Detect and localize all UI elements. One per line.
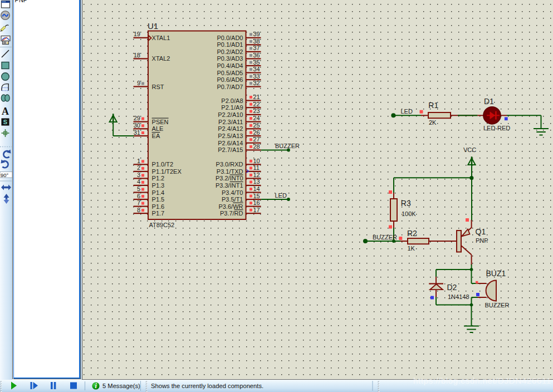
svg-text:26: 26 [253,129,260,136]
svg-text:P2.6/A14: P2.6/A14 [218,140,243,146]
svg-text:10: 10 [253,158,260,164]
svg-text:D1: D1 [484,97,494,106]
svg-text:2: 2 [137,164,140,171]
svg-text:PSEN: PSEN [152,119,169,125]
svg-text:2K: 2K [429,119,437,126]
svg-text:30: 30 [134,122,140,129]
svg-text:EA: EA [152,133,160,139]
svg-text:3: 3 [137,171,140,178]
svg-text:P0.5/AD5: P0.5/AD5 [217,70,243,76]
svg-text:XTAL1: XTAL1 [152,35,170,41]
svg-text:Q1: Q1 [476,227,486,236]
svg-text:8: 8 [137,207,140,213]
svg-text:P0.4/AD4: P0.4/AD4 [217,62,243,69]
svg-text:1K: 1K [408,245,415,252]
svg-text:XTAL2: XTAL2 [152,55,170,62]
svg-text:LED-RED: LED-RED [483,125,510,131]
svg-text:P2.0/A8: P2.0/A8 [221,97,243,104]
svg-text:11: 11 [253,164,260,171]
svg-text:P3.2/INT0: P3.2/INT0 [216,175,243,182]
svg-text:R1: R1 [428,101,438,110]
svg-text:35: 35 [253,59,260,66]
svg-text:P0.6/AD6: P0.6/AD6 [217,76,243,83]
svg-text:AT89C52: AT89C52 [149,222,175,228]
svg-text:29: 29 [134,115,140,121]
svg-text:P2.4/A12: P2.4/A12 [218,125,243,132]
svg-text:P3.6/WR: P3.6/WR [218,203,243,210]
svg-text:P3.7/RD: P3.7/RD [220,210,243,217]
svg-text:P2.1/A9: P2.1/A9 [221,104,243,111]
svg-text:9: 9 [137,80,140,86]
svg-text:12: 12 [253,171,260,178]
svg-text:U1: U1 [148,21,158,31]
svg-text:BUZZER: BUZZER [373,234,397,241]
svg-text:90°: 90° [1,172,9,178]
svg-text:14: 14 [253,185,260,192]
svg-text:16: 16 [253,199,260,206]
svg-text:P0.3/AD3: P0.3/AD3 [217,55,243,62]
svg-text:R3: R3 [401,199,411,208]
svg-text:S: S [3,119,7,125]
svg-text:P1.6: P1.6 [152,203,165,210]
svg-text:39: 39 [253,31,260,37]
svg-text:6: 6 [137,193,140,199]
svg-text:R2: R2 [407,229,417,238]
svg-text:15: 15 [253,193,260,199]
svg-text:7: 7 [137,199,140,206]
svg-text:P3.4/T0: P3.4/T0 [222,189,243,196]
svg-text:RST: RST [152,84,164,90]
svg-text:LED: LED [275,192,287,199]
svg-text:25: 25 [253,122,260,129]
svg-text:5 Message(s): 5 Message(s) [102,383,140,389]
svg-text:D2: D2 [447,283,457,292]
svg-text:P1.5: P1.5 [152,196,165,203]
svg-text:BUZZER: BUZZER [485,302,510,308]
svg-text:34: 34 [253,66,260,72]
svg-text:13: 13 [253,178,260,185]
svg-text:27: 27 [253,136,260,143]
svg-text:P1.2: P1.2 [152,175,165,182]
svg-text:37: 37 [253,45,260,51]
svg-text:100K: 100K [402,210,416,217]
svg-text:24: 24 [253,115,260,121]
svg-text:4: 4 [137,178,140,185]
svg-text:23: 23 [253,107,260,114]
svg-text:P1.4: P1.4 [152,189,165,196]
svg-text:5: 5 [137,185,140,192]
svg-text:P2.7/A15: P2.7/A15 [218,146,243,153]
svg-text:P2.2/A10: P2.2/A10 [218,111,243,118]
svg-text:P3.1/TXD: P3.1/TXD [217,168,243,175]
svg-text:1: 1 [137,158,140,164]
svg-text:33: 33 [253,73,260,80]
svg-text:Shows the currently loaded com: Shows the currently loaded components. [151,383,263,389]
svg-text:P0.7/AD7: P0.7/AD7 [217,84,243,90]
svg-text:P2.3/A11: P2.3/A11 [218,119,243,125]
svg-text:P0.1/AD1: P0.1/AD1 [217,41,243,48]
svg-text:38: 38 [253,38,260,45]
svg-text:P2.5/A13: P2.5/A13 [218,133,243,139]
svg-text:P3.3/INT1: P3.3/INT1 [216,182,243,189]
svg-text:21: 21 [253,94,260,100]
svg-text:BUZ1: BUZ1 [486,269,506,278]
svg-text:22: 22 [253,101,260,107]
svg-text:P1.7: P1.7 [152,210,165,217]
svg-text:BUZZER: BUZZER [275,143,300,149]
svg-text:28: 28 [253,143,260,150]
svg-text:17: 17 [253,207,260,213]
svg-text:P3.5/T1: P3.5/T1 [222,196,243,203]
svg-text:1N4148: 1N4148 [448,293,469,300]
svg-text:19: 19 [134,31,140,37]
svg-text:A: A [2,106,9,117]
svg-text:VCC: VCC [463,146,476,153]
svg-text:P1.3: P1.3 [152,182,165,189]
svg-text:ALE: ALE [152,125,164,132]
svg-text:31: 31 [134,129,140,136]
svg-text:18: 18 [134,52,140,58]
svg-text:P3.0/RXD: P3.0/RXD [216,161,243,168]
svg-text:32: 32 [253,80,260,86]
svg-text:P0.2/AD2: P0.2/AD2 [217,48,243,55]
svg-text:36: 36 [253,52,260,58]
svg-text:PNP: PNP [476,237,488,244]
svg-text:P1.1/T2EX: P1.1/T2EX [152,168,182,175]
svg-text:P0.0/AD0: P0.0/AD0 [217,35,243,41]
